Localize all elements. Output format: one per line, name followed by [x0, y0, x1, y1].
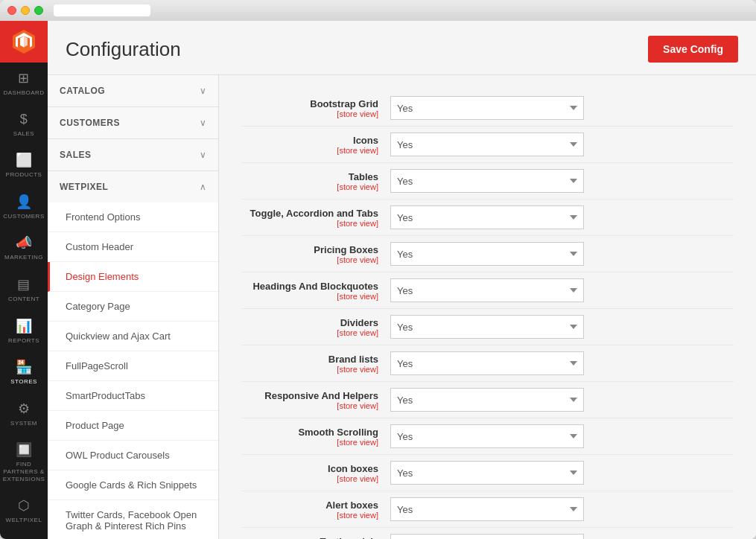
config-select-smooth-scrolling[interactable]: YesNo	[390, 424, 584, 448]
sidebar: CATALOG ∨ CUSTOMERS ∨ SALES ∨ WETPIXEL ∧…	[48, 75, 219, 539]
save-config-button[interactable]: Save Config	[648, 36, 738, 63]
config-label-sub-alert-boxes: [store view]	[241, 511, 378, 520]
sidebar-item-custom-header[interactable]: Custom Header	[48, 232, 218, 262]
config-select-toggle-accordion-tabs[interactable]: YesNo	[390, 205, 584, 229]
config-label-tables: Tables [store view]	[241, 171, 390, 191]
config-label-pricing-boxes: Pricing Boxes [store view]	[241, 244, 390, 264]
sidebar-item-frontend-options[interactable]: Frontend Options	[48, 202, 218, 232]
config-label-main-dividers: Dividers	[241, 317, 378, 328]
config-select-testimonials[interactable]: YesNo	[390, 534, 584, 539]
config-label-main-testimonials: Testimonials	[241, 536, 378, 540]
config-row-smooth-scrolling: Smooth Scrolling [store view] YesNo	[241, 418, 734, 455]
config-label-main-responsive-helpers: Responsive And Helpers	[241, 390, 378, 401]
config-row-brand-lists: Brand lists [store view] YesNo	[241, 345, 734, 382]
config-select-brand-lists[interactable]: YesNo	[390, 351, 584, 375]
nav-item-weltpixel[interactable]: ⬡WELTPIXEL	[0, 490, 48, 532]
nav-logo[interactable]	[0, 21, 48, 63]
config-select-icon-boxes[interactable]: YesNo	[390, 461, 584, 485]
config-label-main-headings-blockquotes: Headings And Blockquotes	[241, 281, 378, 292]
config-label-testimonials: Testimonials [store view]	[241, 536, 390, 540]
sidebar-item-fullpagescroll[interactable]: FullPageScroll	[48, 351, 218, 381]
nav-item-products[interactable]: ⬜PRODUCTS	[0, 144, 48, 186]
config-label-sub-dividers: [store view]	[241, 328, 378, 337]
config-label-sub-bootstrap-grid: [store view]	[241, 109, 378, 118]
config-label-toggle-accordion-tabs: Toggle, Accordion and Tabs [store view]	[241, 208, 390, 228]
stores-icon: 🏪	[16, 359, 33, 375]
config-row-icons: Icons [store view] YesNo	[241, 127, 734, 163]
app-window: ⊞DASHBOARD$SALES⬜PRODUCTS👤CUSTOMERS📣MARK…	[0, 0, 756, 539]
url-bar[interactable]	[54, 4, 150, 16]
chevron-customers-icon: ∨	[200, 118, 206, 128]
minimize-button[interactable]	[21, 6, 30, 15]
close-button[interactable]	[7, 6, 16, 15]
config-label-sub-toggle-accordion-tabs: [store view]	[241, 219, 378, 228]
page-header: Configuration Save Config	[48, 21, 756, 75]
config-label-headings-blockquotes: Headings And Blockquotes [store view]	[241, 281, 390, 301]
sidebar-items-wetpixel: Frontend OptionsCustom HeaderDesign Elem…	[48, 202, 218, 539]
sidebar-item-design-elements[interactable]: Design Elements	[48, 262, 218, 292]
sidebar-sections-container: CATALOG ∨ CUSTOMERS ∨ SALES ∨ WETPIXEL ∧…	[48, 75, 218, 539]
sidebar-item-google-cards[interactable]: Google Cards & Rich Snippets	[48, 471, 218, 500]
config-label-icons: Icons [store view]	[241, 135, 390, 155]
content-area: CATALOG ∨ CUSTOMERS ∨ SALES ∨ WETPIXEL ∧…	[48, 75, 756, 539]
sidebar-item-smartproducttabs[interactable]: SmartProductTabs	[48, 381, 218, 411]
config-select-tables[interactable]: YesNo	[390, 169, 584, 193]
main-content: Configuration Save Config CATALOG ∨ CUST…	[48, 21, 756, 539]
title-bar	[0, 0, 756, 21]
nav-item-customers[interactable]: 👤CUSTOMERS	[0, 186, 48, 228]
find-partners-icon: 🔲	[16, 441, 33, 458]
nav-item-content[interactable]: ▤CONTENT	[0, 269, 48, 310]
sidebar-section-header-customers[interactable]: CUSTOMERS ∨	[48, 107, 218, 138]
config-label-sub-headings-blockquotes: [store view]	[241, 292, 378, 301]
config-label-main-icon-boxes: Icon boxes	[241, 463, 378, 474]
reports-icon: 📊	[16, 318, 33, 334]
sidebar-section-header-catalog[interactable]: CATALOG ∨	[48, 75, 218, 106]
chevron-sales-icon: ∨	[200, 150, 206, 160]
nav-item-find-partners[interactable]: 🔲FIND PARTNERS & EXTENSIONS	[0, 434, 48, 490]
sidebar-item-category-page[interactable]: Category Page	[48, 292, 218, 322]
sidebar-item-owl-product-carousels[interactable]: OWL Product Carousels	[48, 441, 218, 471]
config-select-alert-boxes[interactable]: YesNo	[390, 497, 584, 521]
config-panel: Bootstrap Grid [store view] YesNo Icons …	[219, 75, 756, 539]
config-label-main-alert-boxes: Alert boxes	[241, 500, 378, 511]
config-row-tables: Tables [store view] YesNo	[241, 163, 734, 200]
products-icon: ⬜	[16, 152, 33, 168]
sidebar-section-header-sales[interactable]: SALES ∨	[48, 139, 218, 170]
config-select-responsive-helpers[interactable]: YesNo	[390, 388, 584, 412]
page-title: Configuration	[66, 38, 181, 61]
config-select-icons[interactable]: YesNo	[390, 133, 584, 156]
nav-item-marketing[interactable]: 📣MARKETING	[0, 227, 48, 269]
nav-item-dashboard[interactable]: ⊞DASHBOARD	[0, 63, 48, 104]
weltpixel-icon: ⬡	[18, 497, 31, 514]
config-rows-container: Bootstrap Grid [store view] YesNo Icons …	[241, 90, 734, 539]
config-label-smooth-scrolling: Smooth Scrolling [store view]	[241, 427, 390, 447]
config-label-main-pricing-boxes: Pricing Boxes	[241, 244, 378, 255]
sidebar-section-title-catalog: CATALOG	[60, 86, 105, 96]
config-label-main-icons: Icons	[241, 135, 378, 146]
sidebar-section-customers: CUSTOMERS ∨	[48, 107, 218, 139]
config-select-headings-blockquotes[interactable]: YesNo	[390, 278, 584, 302]
config-row-alert-boxes: Alert boxes [store view] YesNo	[241, 491, 734, 528]
sidebar-item-quickview-ajax-cart[interactable]: Quickview and Ajax Cart	[48, 322, 218, 351]
config-select-pricing-boxes[interactable]: YesNo	[390, 242, 584, 266]
config-row-icon-boxes: Icon boxes [store view] YesNo	[241, 455, 734, 491]
nav-item-system[interactable]: ⚙SYSTEM	[0, 393, 48, 435]
sidebar-item-product-page[interactable]: Product Page	[48, 411, 218, 441]
config-label-sub-icon-boxes: [store view]	[241, 474, 378, 483]
config-label-sub-pricing-boxes: [store view]	[241, 255, 378, 264]
config-label-bootstrap-grid: Bootstrap Grid [store view]	[241, 98, 390, 118]
config-select-bootstrap-grid[interactable]: YesNo	[390, 96, 584, 120]
nav-item-sales[interactable]: $SALES	[0, 104, 48, 145]
sidebar-section-title-sales: SALES	[60, 150, 92, 160]
maximize-button[interactable]	[34, 6, 43, 15]
chevron-wetpixel-icon: ∧	[200, 182, 206, 192]
config-row-responsive-helpers: Responsive And Helpers [store view] YesN…	[241, 382, 734, 418]
nav-item-reports[interactable]: 📊REPORTS	[0, 310, 48, 352]
nav-item-stores[interactable]: 🏪STORES	[0, 351, 48, 393]
config-label-sub-responsive-helpers: [store view]	[241, 401, 378, 410]
sidebar-section-header-wetpixel[interactable]: WETPIXEL ∧	[48, 171, 218, 202]
config-select-dividers[interactable]: YesNo	[390, 315, 584, 339]
config-label-sub-smooth-scrolling: [store view]	[241, 438, 378, 447]
sidebar-item-twitter-cards[interactable]: Twitter Cards, Facebook Open Graph & Pin…	[48, 500, 218, 539]
sidebar-section-catalog: CATALOG ∨	[48, 75, 218, 107]
